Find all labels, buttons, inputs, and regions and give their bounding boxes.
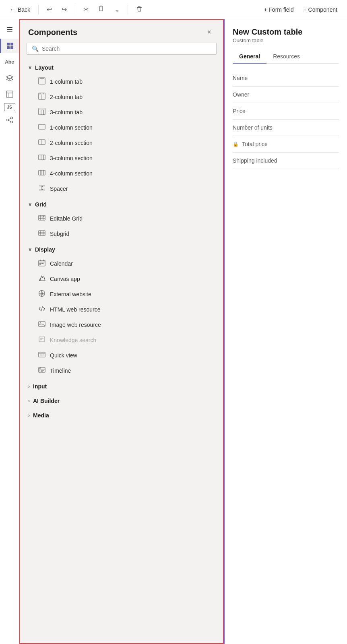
- field-shipping-included-label: Shipping included: [233, 157, 277, 164]
- category-grid: ∨ Grid Editable Grid: [27, 198, 217, 242]
- undo-icon: ↩: [47, 6, 52, 13]
- tab-general[interactable]: General: [233, 50, 266, 64]
- field-total-price-label: Total price: [242, 141, 268, 147]
- item-subgrid[interactable]: Subgrid: [27, 226, 217, 242]
- external-website-icon: [38, 290, 46, 299]
- paste-button[interactable]: [95, 4, 108, 15]
- right-panel: New Custom table Custom table General Re…: [224, 19, 347, 644]
- item-2-column-section[interactable]: 2-column section: [27, 135, 217, 151]
- item-knowledge-search-label: Knowledge search: [50, 337, 96, 343]
- svg-rect-5: [10, 43, 13, 45]
- field-price-label: Price: [233, 108, 246, 114]
- svg-point-13: [10, 121, 12, 123]
- table-view-icon[interactable]: [2, 87, 17, 101]
- paste-icon: [98, 6, 105, 14]
- back-button[interactable]: ← Back: [6, 4, 33, 15]
- category-grid-label: Grid: [35, 201, 47, 208]
- item-2-column-tab[interactable]: 2-column tab: [27, 89, 217, 105]
- svg-rect-3: [138, 6, 140, 7]
- item-canvas-app[interactable]: Canvas app: [27, 271, 217, 287]
- category-grid-header[interactable]: ∨ Grid: [27, 198, 217, 211]
- item-spacer-label: Spacer: [50, 186, 68, 192]
- redo-button[interactable]: ↪: [58, 4, 70, 15]
- item-3-column-tab[interactable]: 3-column tab: [27, 105, 217, 120]
- field-total-price: 🔒 Total price: [233, 136, 339, 153]
- delete-icon: [136, 6, 143, 14]
- component-button[interactable]: + Component: [300, 5, 341, 14]
- 1-column-tab-icon: [38, 77, 46, 86]
- item-html-web-resource[interactable]: HTML web resource: [27, 302, 217, 317]
- 2-column-section-icon: [38, 138, 46, 147]
- category-input: › Input: [27, 380, 217, 393]
- undo-button[interactable]: ↩: [43, 4, 55, 15]
- item-4-column-section[interactable]: 4-column section: [27, 166, 217, 181]
- svg-line-14: [8, 118, 10, 120]
- item-1-column-section[interactable]: 1-column section: [27, 120, 217, 135]
- item-3-column-tab-label: 3-column tab: [50, 109, 83, 116]
- item-editable-grid[interactable]: Editable Grid: [27, 211, 217, 226]
- field-owner-label: Owner: [233, 91, 249, 98]
- item-4-column-section-label: 4-column section: [50, 170, 93, 177]
- search-input[interactable]: [42, 45, 211, 52]
- svg-point-11: [6, 119, 8, 121]
- dropdown-icon: ⌄: [114, 6, 120, 13]
- svg-rect-7: [10, 46, 13, 49]
- category-layout-label: Layout: [35, 64, 54, 71]
- svg-rect-57: [43, 263, 44, 264]
- field-number-of-units-label: Number of units: [233, 124, 273, 131]
- svg-rect-41: [39, 215, 45, 220]
- item-1-column-tab[interactable]: 1-column tab: [27, 74, 217, 89]
- item-timeline[interactable]: Timeline: [27, 363, 217, 378]
- svg-rect-65: [39, 322, 45, 326]
- tab-resources[interactable]: Resources: [266, 50, 306, 64]
- item-html-web-resource-label: HTML web resource: [50, 306, 101, 313]
- item-3-column-section[interactable]: 3-column section: [27, 151, 217, 166]
- field-shipping-included: Shipping included: [233, 153, 339, 169]
- field-number-of-units: Number of units: [233, 120, 339, 136]
- item-quick-view[interactable]: Quick view: [27, 348, 217, 363]
- category-media-header[interactable]: › Media: [27, 409, 217, 422]
- item-image-web-resource[interactable]: Image web resource: [27, 317, 217, 332]
- dropdown-button[interactable]: ⌄: [111, 4, 123, 15]
- category-layout-header[interactable]: ∨ Layout: [27, 61, 217, 74]
- 3-column-section-icon: [38, 154, 46, 163]
- 3-column-tab-icon: [38, 108, 46, 117]
- svg-rect-4: [7, 43, 10, 45]
- connector-icon[interactable]: [2, 113, 17, 127]
- grid-view-icon[interactable]: [0, 39, 19, 53]
- js-icon[interactable]: JS: [4, 103, 15, 111]
- field-price: Price: [233, 103, 339, 120]
- close-button[interactable]: ×: [204, 27, 215, 38]
- category-ai-builder-header[interactable]: › AI Builder: [27, 394, 217, 407]
- sidebar-icons: ☰ Abc JS: [0, 19, 19, 644]
- separator-3: [128, 5, 128, 14]
- category-display-header[interactable]: ∨ Display: [27, 243, 217, 256]
- component-label: + Component: [304, 6, 337, 13]
- item-calendar[interactable]: Calendar: [27, 256, 217, 271]
- quick-view-icon: [38, 351, 46, 360]
- svg-rect-8: [6, 91, 13, 97]
- item-1-column-section-label: 1-column section: [50, 124, 93, 131]
- item-spacer[interactable]: Spacer: [27, 181, 217, 196]
- redo-icon: ↪: [62, 6, 67, 13]
- category-ai-builder: › AI Builder: [27, 394, 217, 407]
- panel-subtitle: Custom table: [233, 37, 339, 43]
- category-input-header[interactable]: › Input: [27, 380, 217, 393]
- chevron-down-icon: ∨: [28, 247, 32, 252]
- item-knowledge-search: Knowledge search: [27, 332, 217, 348]
- layers-icon[interactable]: [2, 71, 17, 85]
- separator-1: [38, 5, 39, 14]
- category-media: › Media: [27, 409, 217, 422]
- chevron-right-icon: ›: [28, 384, 30, 389]
- delete-button[interactable]: [133, 4, 146, 15]
- item-external-website[interactable]: External website: [27, 287, 217, 302]
- html-web-resource-icon: [38, 305, 46, 314]
- form-field-button[interactable]: + Form field: [260, 5, 297, 14]
- cut-button[interactable]: ✂: [80, 4, 92, 15]
- component-list: ∨ Layout 1-column tab: [20, 61, 223, 643]
- timeline-icon: [38, 366, 46, 375]
- text-format-icon[interactable]: Abc: [2, 55, 17, 69]
- cut-icon: ✂: [83, 6, 89, 13]
- calendar-icon: [38, 259, 46, 268]
- hamburger-menu-icon[interactable]: ☰: [2, 23, 17, 37]
